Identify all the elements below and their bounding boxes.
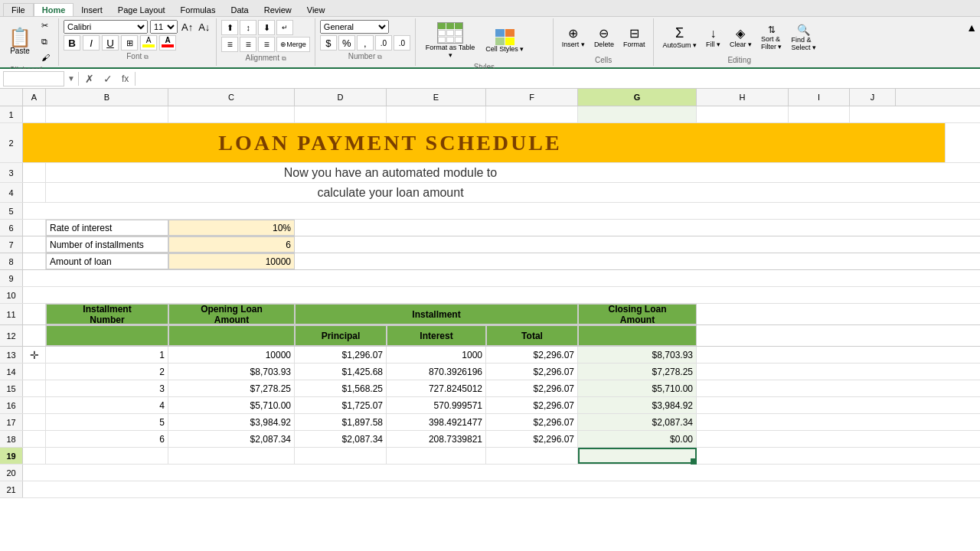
installment-merged-header[interactable]: Installment — [295, 304, 578, 324]
fill-button[interactable]: ↓ Fill ▾ — [702, 24, 724, 51]
top-align-button[interactable]: ⬆ — [221, 20, 238, 35]
border-button[interactable]: ⊞ — [121, 35, 138, 51]
cell-a1[interactable] — [23, 106, 46, 122]
row-header-17[interactable]: 17 — [0, 414, 23, 430]
sort-filter-button[interactable]: ⇅ Sort &Filter ▾ — [757, 22, 786, 53]
cell-b8-label[interactable]: Amount of loan — [46, 253, 168, 269]
col-header-i[interactable]: I — [789, 89, 850, 106]
formula-input[interactable] — [139, 71, 977, 86]
cell-c6-value[interactable]: 10% — [168, 220, 295, 236]
cell-b18[interactable]: 6 — [46, 431, 168, 447]
cell-g17[interactable]: $2,087.34 — [578, 414, 697, 430]
tab-file[interactable]: File — [3, 3, 34, 16]
row-header-7[interactable]: 7 — [0, 236, 23, 253]
cell-g19[interactable] — [578, 448, 697, 464]
cell-a15[interactable] — [23, 380, 46, 396]
paste-button[interactable]: 📋 Paste — [5, 26, 35, 57]
cell-f17[interactable]: $2,296.07 — [486, 414, 578, 430]
cell-g12[interactable] — [578, 325, 697, 346]
col-header-h[interactable]: H — [697, 89, 789, 106]
cell-g16[interactable]: $3,984.92 — [578, 397, 697, 413]
cell-a16[interactable] — [23, 397, 46, 413]
bold-button[interactable]: B — [64, 35, 80, 51]
col-header-c[interactable]: C — [168, 89, 295, 106]
underline-button[interactable]: U — [102, 35, 119, 51]
cell-e19[interactable] — [387, 448, 486, 464]
format-painter-button[interactable]: 🖌 — [38, 51, 54, 64]
cell-b6-label[interactable]: Rate of interest — [46, 220, 168, 236]
fill-color-button[interactable]: A — [140, 35, 157, 51]
cell-g2[interactable] — [735, 123, 854, 162]
format-as-table-button[interactable]: Format as Table▾ — [422, 20, 479, 61]
cell-c7-value[interactable]: 6 — [168, 236, 295, 253]
font-name-select[interactable]: Calibri — [64, 20, 148, 34]
row-header-8[interactable]: 8 — [0, 253, 23, 269]
cell-e1[interactable] — [387, 106, 486, 122]
cell-d18[interactable]: $2,087.34 — [295, 431, 387, 447]
cell-a6[interactable] — [23, 220, 46, 236]
italic-button[interactable]: I — [83, 35, 100, 51]
tab-data[interactable]: Data — [223, 4, 256, 16]
row-header-20[interactable]: 20 — [0, 465, 23, 481]
cell-f14[interactable]: $2,296.07 — [486, 364, 578, 380]
cell-styles-button[interactable]: Cell Styles ▾ — [482, 27, 528, 55]
increase-decimal-button[interactable]: .0 — [375, 35, 392, 51]
cell-b16[interactable]: 4 — [46, 397, 168, 413]
cell-j1[interactable] — [850, 106, 896, 122]
tab-view[interactable]: View — [299, 4, 333, 16]
row-header-18[interactable]: 18 — [0, 431, 23, 447]
font-color-button[interactable]: A — [159, 35, 176, 51]
cancel-formula-icon[interactable]: ✗ — [82, 73, 97, 85]
confirm-formula-icon[interactable]: ✓ — [100, 73, 116, 85]
row-header-12[interactable]: 12 — [0, 325, 23, 346]
closing-loan-header[interactable]: Closing LoanAmount — [578, 304, 697, 324]
cell-d17[interactable]: $1,897.58 — [295, 414, 387, 430]
cell-a14[interactable] — [23, 364, 46, 380]
tab-review[interactable]: Review — [256, 4, 299, 16]
row-header-15[interactable]: 15 — [0, 380, 23, 396]
cell-c14[interactable]: $8,703.93 — [168, 364, 295, 380]
increase-font-button[interactable]: A↑ — [180, 21, 194, 33]
interest-header[interactable]: Interest — [387, 325, 486, 346]
row-header-3[interactable]: 3 — [0, 163, 23, 182]
insert-button[interactable]: ⊕ Insert ▾ — [558, 24, 589, 51]
cell-a4[interactable] — [23, 183, 46, 202]
comma-button[interactable]: , — [357, 35, 374, 51]
cell-a8[interactable] — [23, 253, 46, 269]
cell-c16[interactable]: $5,710.00 — [168, 397, 295, 413]
cell-d19[interactable] — [295, 448, 387, 464]
total-header[interactable]: Total — [486, 325, 578, 346]
row-header-11[interactable]: 11 — [0, 304, 23, 324]
row-header-9[interactable]: 9 — [0, 270, 23, 286]
subtitle-cell-3[interactable]: Now you have an automated module to — [46, 163, 735, 182]
opening-loan-header[interactable]: Opening LoanAmount — [168, 304, 295, 324]
cell-f18[interactable]: $2,296.07 — [486, 431, 578, 447]
row-header-21[interactable]: 21 — [0, 481, 23, 497]
cell-a11[interactable] — [23, 304, 46, 324]
cell-g18[interactable]: $0.00 — [578, 431, 697, 447]
decrease-font-button[interactable]: A↓ — [197, 21, 211, 33]
cell-i1[interactable] — [789, 106, 850, 122]
clear-button[interactable]: ◈ Clear ▾ — [726, 24, 756, 51]
ribbon-collapse-button[interactable]: ▲ — [963, 18, 980, 37]
cell-d13[interactable]: $1,296.07 — [295, 347, 387, 363]
cell-b14[interactable]: 2 — [46, 364, 168, 380]
cell-b19[interactable] — [46, 448, 168, 464]
cell-d1[interactable] — [295, 106, 387, 122]
cell-c19[interactable] — [168, 448, 295, 464]
cell-f1[interactable] — [486, 106, 578, 122]
cell-c8-value[interactable]: 10000 — [168, 253, 295, 269]
cell-d14[interactable]: $1,425.68 — [295, 364, 387, 380]
copy-button[interactable]: ⧉ — [38, 34, 54, 49]
cell-a3[interactable] — [23, 163, 46, 182]
cell-f16[interactable]: $2,296.07 — [486, 397, 578, 413]
cell-a2[interactable] — [23, 123, 46, 162]
cell-g14[interactable]: $7,278.25 — [578, 364, 697, 380]
cell-d16[interactable]: $1,725.07 — [295, 397, 387, 413]
cell-reference-input[interactable]: G19 — [3, 71, 64, 86]
number-format-select[interactable]: General — [320, 20, 389, 34]
subtitle-cell-4[interactable]: calculate your loan amount — [46, 183, 735, 202]
cell-a17[interactable] — [23, 414, 46, 430]
cell-e18[interactable]: 208.7339821 — [387, 431, 486, 447]
col-header-a[interactable]: A — [23, 89, 46, 106]
